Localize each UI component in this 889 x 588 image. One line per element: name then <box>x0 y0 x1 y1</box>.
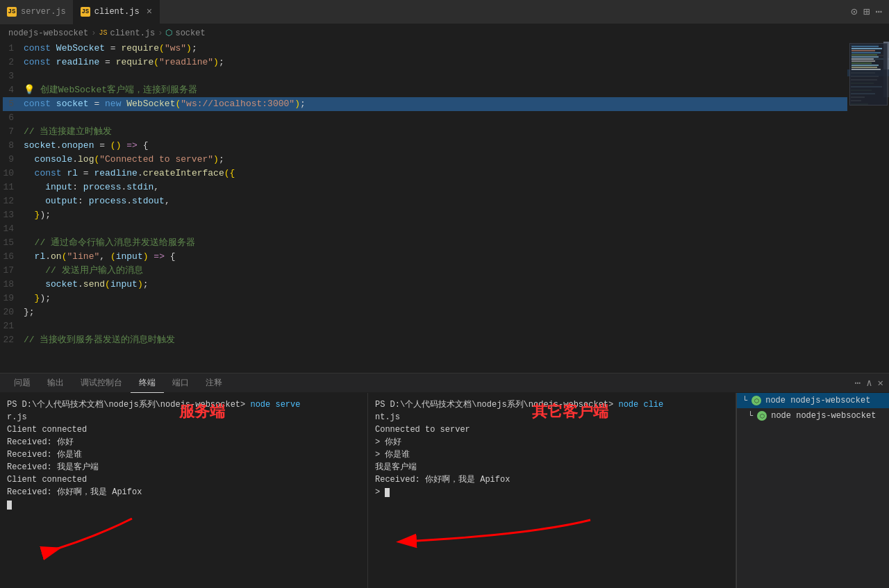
terminal-item-2-label: node nodejs-websocket <box>771 411 876 421</box>
term-client-connected: Connected to server <box>375 423 729 436</box>
code-line-3: 3 <box>3 69 847 83</box>
term-server-prompt-line: PS D:\个人代码技术文档\nodejs系列\nodejs-websocket… <box>7 398 360 411</box>
tab-close-icon[interactable]: × <box>147 7 152 17</box>
code-line-15: 15 // 通过命令行输入消息并发送给服务器 <box>3 236 847 250</box>
panel-tab-problems[interactable]: 问题 <box>6 373 39 393</box>
minimap-content <box>847 42 889 373</box>
term-server-line2: r.js <box>7 411 360 423</box>
tab-client-label: client.js <box>94 7 140 17</box>
editor-area: 1 const WebSocket = require("ws"); 2 con… <box>0 42 889 373</box>
tab-server-label: server.js <box>21 7 66 17</box>
panel-close-icon[interactable]: ✕ <box>878 377 883 389</box>
code-line-18: 18 socket.send(input); <box>3 278 847 292</box>
code-line-14: 14 <box>3 222 847 236</box>
code-line-13: 13 }); <box>3 208 847 222</box>
panel-tab-output[interactable]: 输出 <box>39 373 72 393</box>
code-line-22: 22 // 当接收到服务器发送的消息时触发 <box>3 333 847 347</box>
panel-tab-debug[interactable]: 调试控制台 <box>72 373 131 393</box>
term-client-recv2: Received: 你好啊，我是 Apifox <box>375 473 729 486</box>
term-server-client-connected: Client connected <box>7 423 360 436</box>
code-line-17: 17 // 发送用户输入的消息 <box>3 264 847 278</box>
code-line-11: 11 input: process.stdin, <box>3 180 847 194</box>
code-line-21: 21 <box>3 319 847 333</box>
breadcrumb: nodejs-websocket › JS client.js › ⬡ sock… <box>0 24 889 42</box>
tab-client[interactable]: JS client.js × <box>74 0 160 24</box>
panel-tab-ports[interactable]: 端口 <box>164 373 197 393</box>
term-server-cursor <box>7 498 360 511</box>
code-line-1: 1 const WebSocket = require("ws"); <box>3 42 847 56</box>
breadcrumb-sep1: › <box>91 28 96 38</box>
terminal-area: PS D:\个人代码技术文档\nodejs系列\nodejs-websocket… <box>0 393 889 588</box>
node-icon-2: ⬡ <box>757 411 767 421</box>
panel-collapse-icon[interactable]: ∧ <box>866 377 872 389</box>
breadcrumb-file[interactable]: client.js <box>110 28 155 38</box>
term-client-line2: nt.js <box>375 411 729 423</box>
panel-tab-terminal[interactable]: 终端 <box>131 373 164 393</box>
client-arrow <box>396 513 618 555</box>
breadcrumb-sep2: › <box>158 28 163 38</box>
breadcrumb-symbol[interactable]: socket <box>175 28 205 38</box>
breadcrumb-file-icon: JS <box>99 29 107 37</box>
code-line-7: 7 // 当连接建立时触发 <box>3 125 847 139</box>
panel-actions: ⋯ ∧ ✕ <box>855 377 883 389</box>
code-line-8: 8 socket.onopen = () => { <box>3 139 847 153</box>
term-client-recv1: 我是客户端 <box>375 461 729 473</box>
bottom-panel: 问题 输出 调试控制台 终端 端口 注释 ⋯ ∧ ✕ PS D:\个人代码技术文… <box>0 373 889 588</box>
term-client-send1: > 你好 <box>375 436 729 448</box>
code-line-20: 20 }; <box>3 305 847 319</box>
minimap <box>847 42 889 373</box>
server-js-icon: JS <box>7 7 17 17</box>
breadcrumb-symbol-icon: ⬡ <box>165 28 172 38</box>
terminal-item-1-label: node nodejs-websocket <box>765 396 870 405</box>
code-line-2: 2 const readline = require("readline"); <box>3 56 847 69</box>
terminal-list-item-1[interactable]: └ ⬡ node nodejs-websocket <box>737 393 889 408</box>
panel-tabs: 问题 输出 调试控制台 终端 端口 注释 ⋯ ∧ ✕ <box>0 373 889 393</box>
tab-server[interactable]: JS server.js <box>0 0 74 24</box>
code-line-9: 9 console.log("Connected to server"); <box>3 153 847 167</box>
server-arrow <box>21 512 160 567</box>
term-server-recv3: Received: 我是客户端 <box>7 461 360 473</box>
term-server-client-connected2: Client connected <box>7 473 360 486</box>
term-client-send2: > 你是谁 <box>375 448 729 461</box>
code-line-12: 12 output: process.stdout, <box>3 194 847 208</box>
client-js-icon: JS <box>81 7 90 17</box>
code-line-16: 16 rl.on("line", (input) => { <box>3 250 847 264</box>
more-icon[interactable]: ⋯ <box>875 5 882 19</box>
terminal-list-item-2[interactable]: └ ⬡ node nodejs-websocket <box>737 408 889 423</box>
term-client-input: > <box>375 486 729 498</box>
node-icon-1: ⬡ <box>751 396 761 405</box>
terminal-server[interactable]: PS D:\个人代码技术文档\nodejs系列\nodejs-websocket… <box>0 393 368 588</box>
code-line-10: 10 const rl = readline.createInterface({ <box>3 167 847 180</box>
terminal-list-panel: └ ⬡ node nodejs-websocket └ ⬡ node nodej… <box>736 393 889 588</box>
breadcrumb-project[interactable]: nodejs-websocket <box>8 28 88 38</box>
header-actions: ⊙ ⊞ ⋯ <box>851 5 889 19</box>
term-server-recv4: Received: 你好啊，我是 Apifox <box>7 486 360 498</box>
code-line-4: 4 💡 创建WebSocket客户端，连接到服务器 <box>3 83 847 97</box>
tab-bar: JS server.js JS client.js × ⊙ ⊞ ⋯ <box>0 0 889 24</box>
code-editor: 1 const WebSocket = require("ws"); 2 con… <box>0 42 889 373</box>
code-line-19: 19 }); <box>3 292 847 305</box>
code-content[interactable]: 1 const WebSocket = require("ws"); 2 con… <box>0 42 847 373</box>
panel-more-icon[interactable]: ⋯ <box>855 377 861 389</box>
term-client-prompt-line: PS D:\个人代码技术文档\nodejs系列\nodejs-websocket… <box>375 398 729 411</box>
panel-tab-comments[interactable]: 注释 <box>197 373 231 393</box>
layout-icon[interactable]: ⊞ <box>863 5 870 19</box>
term-server-recv2: Received: 你是谁 <box>7 448 360 461</box>
search-icon[interactable]: ⊙ <box>851 5 858 19</box>
code-line-5: 5 const socket = new WebSocket("ws://loc… <box>3 97 847 111</box>
code-line-6: 6 <box>3 111 847 125</box>
terminal-client[interactable]: PS D:\个人代码技术文档\nodejs系列\nodejs-websocket… <box>368 393 736 588</box>
term-server-recv1: Received: 你好 <box>7 436 360 448</box>
